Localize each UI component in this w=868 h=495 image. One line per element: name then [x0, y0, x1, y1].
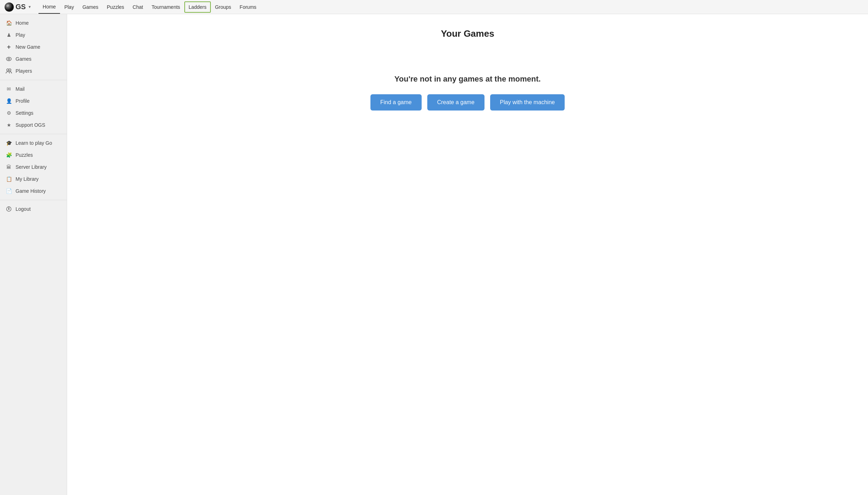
nav-item-play[interactable]: Play	[60, 1, 78, 13]
nav-item-puzzles[interactable]: Puzzles	[103, 1, 129, 13]
sidebar-item-profile[interactable]: 👤 Profile	[0, 95, 67, 107]
sidebar-label-support-ogs: Support OGS	[16, 122, 45, 128]
svg-point-0	[5, 2, 14, 12]
sidebar-item-server-library[interactable]: 🏛 Server Library	[0, 161, 67, 173]
nav-item-tournaments[interactable]: Tournaments	[147, 1, 184, 13]
sidebar-label-game-history: Game History	[16, 188, 46, 194]
logo[interactable]: GS ▼	[4, 2, 31, 12]
find-game-button[interactable]: Find a game	[370, 94, 422, 111]
sidebar-label-my-library: My Library	[16, 176, 38, 182]
sidebar-item-home[interactable]: 🏠 Home	[0, 17, 67, 29]
sidebar-label-home: Home	[16, 20, 29, 26]
sidebar-label-players: Players	[16, 68, 32, 74]
eye-icon	[6, 56, 12, 62]
sidebar-label-settings: Settings	[16, 110, 34, 116]
mail-icon: ✉	[6, 86, 12, 92]
divider-2	[0, 134, 67, 134]
svg-point-5	[9, 69, 11, 71]
sidebar-item-my-library[interactable]: 📋 My Library	[0, 173, 67, 185]
nav-item-ladders[interactable]: Ladders	[184, 1, 211, 13]
graduate-icon: 🎓	[6, 140, 12, 146]
settings-icon: ⚙	[6, 110, 12, 116]
play-icon: ♟	[6, 32, 12, 38]
sidebar-item-mail[interactable]: ✉ Mail	[0, 83, 67, 95]
svg-point-3	[8, 58, 10, 60]
sidebar-item-settings[interactable]: ⚙ Settings	[0, 107, 67, 119]
my-library-icon: 📋	[6, 176, 12, 182]
sidebar-label-logout: Logout	[16, 206, 31, 212]
nav-item-groups[interactable]: Groups	[211, 1, 236, 13]
main-content: Your Games You're not in any games at th…	[67, 14, 868, 495]
sidebar-label-learn: Learn to play Go	[16, 140, 52, 146]
top-nav: GS ▼ Home Play Games Puzzles Chat Tourna…	[0, 0, 868, 14]
sidebar-item-logout[interactable]: Logout	[0, 203, 67, 215]
sidebar-item-puzzles[interactable]: 🧩 Puzzles	[0, 149, 67, 161]
empty-state: You're not in any games at the moment. F…	[370, 74, 565, 111]
players-icon	[6, 68, 12, 74]
sidebar-item-new-game[interactable]: + New Game	[0, 41, 67, 53]
sidebar-label-play: Play	[16, 32, 25, 38]
sidebar-label-puzzles: Puzzles	[16, 152, 33, 158]
sidebar-item-support-ogs[interactable]: ★ Support OGS	[0, 119, 67, 131]
sidebar-label-new-game: New Game	[16, 44, 40, 50]
profile-icon: 👤	[6, 98, 12, 104]
sidebar-item-players[interactable]: Players	[0, 65, 67, 77]
svg-point-2	[6, 57, 11, 61]
sidebar-label-profile: Profile	[16, 98, 30, 104]
play-machine-button[interactable]: Play with the machine	[490, 94, 565, 111]
star-icon: ★	[6, 122, 12, 128]
sidebar-item-games[interactable]: Games	[0, 53, 67, 65]
sidebar-label-mail: Mail	[16, 86, 25, 92]
logo-sphere	[4, 2, 14, 12]
divider-3	[0, 200, 67, 200]
logo-dropdown-icon: ▼	[28, 5, 31, 9]
nav-item-games[interactable]: Games	[78, 1, 102, 13]
nav-links: Home Play Games Puzzles Chat Tournaments…	[38, 0, 261, 14]
sidebar-item-learn[interactable]: 🎓 Learn to play Go	[0, 137, 67, 149]
create-game-button[interactable]: Create a game	[427, 94, 484, 111]
home-icon: 🏠	[6, 20, 12, 26]
sidebar-item-game-history[interactable]: 📄 Game History	[0, 185, 67, 197]
logout-icon	[6, 206, 12, 212]
nav-item-forums[interactable]: Forums	[236, 1, 261, 13]
divider-1	[0, 80, 67, 80]
sidebar: 🏠 Home ♟ Play + New Game Games	[0, 14, 67, 495]
svg-point-4	[7, 69, 9, 71]
puzzle-icon: 🧩	[6, 152, 12, 158]
empty-state-text: You're not in any games at the moment.	[394, 74, 541, 84]
sidebar-label-games: Games	[16, 56, 31, 62]
svg-point-7	[8, 208, 10, 210]
layout: 🏠 Home ♟ Play + New Game Games	[0, 14, 868, 495]
sidebar-label-server-library: Server Library	[16, 164, 47, 170]
library-icon: 🏛	[6, 164, 12, 170]
action-buttons: Find a game Create a game Play with the …	[370, 94, 565, 111]
nav-item-chat[interactable]: Chat	[129, 1, 148, 13]
logo-text: GS	[16, 3, 26, 11]
history-icon: 📄	[6, 188, 12, 194]
page-title: Your Games	[441, 28, 494, 39]
sidebar-item-play[interactable]: ♟ Play	[0, 29, 67, 41]
nav-item-home[interactable]: Home	[38, 0, 60, 14]
plus-icon: +	[6, 44, 12, 50]
